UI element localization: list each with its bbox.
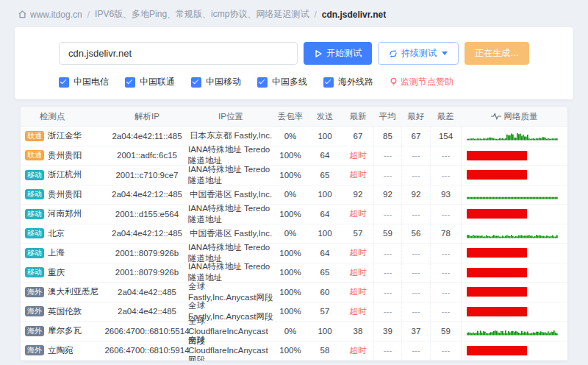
checkbox-china-mobile[interactable]: 中国移动 xyxy=(191,76,241,88)
cell-worst: --- xyxy=(430,146,461,166)
cell-ip: 2a04:4e42::485 xyxy=(106,283,188,302)
cell-node: 海外立陶宛 xyxy=(21,341,106,361)
carrier-badge: 移动 xyxy=(25,228,44,238)
cell-sent: 58 xyxy=(307,341,343,361)
cell-avg: 39 xyxy=(373,322,401,341)
cell-sent: 65 xyxy=(307,263,343,283)
cell-avg: --- xyxy=(373,302,401,322)
cell-loss: 100% xyxy=(273,263,307,283)
network-quality-sparkline xyxy=(467,189,558,200)
cell-node: 联通浙江金华 xyxy=(21,127,106,146)
breadcrumb-test-type-link[interactable]: IPV6版、多地Ping、常规版、icmp协议、网络延迟测试 xyxy=(95,8,309,21)
col-header-label: 解析IP xyxy=(135,111,159,122)
cell-worst: --- xyxy=(430,166,461,185)
cell-sent: 100 xyxy=(307,224,343,244)
results-table: 检测点解析IPIP位置丢包率发送最新平均最好最差网络质量 联通浙江金华2a04:… xyxy=(21,107,567,361)
col-header-latest: 最新 xyxy=(343,107,373,126)
col-header-worst: 最差 xyxy=(430,107,461,126)
host-input[interactable] xyxy=(59,42,298,65)
node-name: 英国伦敦 xyxy=(48,306,82,317)
cell-loss: 100% xyxy=(273,166,307,185)
cell-location: IANA特殊地址 Teredo隧道地址 xyxy=(188,263,273,283)
cell-worst: --- xyxy=(430,283,461,302)
cell-worst: 154 xyxy=(430,127,461,146)
timeout-red-bar xyxy=(467,268,527,277)
cell-avg: --- xyxy=(373,146,401,166)
table-row: 海外英国伦敦2a04:4e42::485全球 Fastly,Inc.Anycas… xyxy=(21,302,567,322)
checkbox-label: 中国联通 xyxy=(140,76,175,88)
cell-avg: --- xyxy=(373,166,401,185)
node-name: 河南郑州 xyxy=(48,208,82,219)
checkbox-label: 中国多线 xyxy=(272,76,307,88)
query-panel: 开始测试 持续测试 正在生成… 中国电信中国联通中国移动中国多线海外线路 监测节… xyxy=(15,27,573,99)
cell-node: 海外摩尔多瓦 xyxy=(21,322,106,341)
cell-best: --- xyxy=(401,302,430,322)
continuous-test-label: 持续测试 xyxy=(401,47,437,60)
cell-best: 67 xyxy=(401,127,430,146)
node-name: 贵州贵阳 xyxy=(48,150,82,161)
cell-ip: 2001::d155:e564 xyxy=(106,205,188,224)
col-header-avg: 平均 xyxy=(373,107,401,126)
pulse-icon xyxy=(491,112,501,121)
col-header-node: 检测点 xyxy=(21,107,106,126)
start-test-button[interactable]: 开始测试 xyxy=(304,42,372,65)
carrier-badge: 移动 xyxy=(25,267,44,277)
cell-ip: 2a04:4e42::485 xyxy=(106,302,188,322)
cell-location: 全球 Fastly,Inc.Anycast网段 xyxy=(188,283,273,302)
cell-latest: 超时 xyxy=(343,166,373,185)
col-header-label: 最差 xyxy=(437,111,454,122)
cell-latest: 67 xyxy=(343,127,373,146)
checkbox-china-telecom[interactable]: 中国电信 xyxy=(59,76,109,88)
cell-ip: 2606:4700::6810:5914 xyxy=(106,341,188,361)
cell-node: 移动浙江杭州 xyxy=(21,166,106,185)
table-row: 移动北京2a04:4e42:12::485中国香港区 Fastly,Inc.0%… xyxy=(21,224,567,244)
cell-avg: 59 xyxy=(373,224,401,244)
cell-sent: 64 xyxy=(307,244,343,263)
checkbox-overseas[interactable]: 海外线路 xyxy=(323,76,373,88)
checkbox-checked-icon xyxy=(125,77,135,88)
cell-worst: 93 xyxy=(430,185,461,205)
col-header-label: 检测点 xyxy=(40,111,65,122)
cell-ip: 2001::adfc:6c15 xyxy=(106,146,188,166)
cell-sent: 100 xyxy=(307,322,343,341)
cell-sent: 64 xyxy=(307,146,343,166)
cell-best: --- xyxy=(401,244,430,263)
results-table-body: 联通浙江金华2a04:4e42:11::485日本东京都 Fastly,Inc.… xyxy=(21,127,567,361)
cell-network-quality xyxy=(461,263,567,283)
sponsor-node-link[interactable]: 监测节点赞助 xyxy=(390,76,453,88)
checkbox-china-multiline[interactable]: 中国多线 xyxy=(257,76,307,88)
cell-avg: --- xyxy=(373,341,401,361)
col-header-ip: 解析IP xyxy=(106,107,188,126)
node-name: 浙江杭州 xyxy=(48,169,82,180)
node-name: 立陶宛 xyxy=(48,345,74,356)
checkbox-label: 中国电信 xyxy=(74,76,109,88)
cell-network-quality xyxy=(461,127,567,146)
continuous-test-button[interactable]: 持续测试 xyxy=(378,42,459,65)
cell-network-quality xyxy=(461,302,567,322)
table-row: 海外立陶宛2606:4700::6810:5914全球 CloudflareIn… xyxy=(21,341,567,361)
cell-sent: 60 xyxy=(307,283,343,302)
cell-sent: 64 xyxy=(307,205,343,224)
checkbox-china-unicom[interactable]: 中国联通 xyxy=(125,76,175,88)
cell-node: 海外英国伦敦 xyxy=(21,302,106,322)
breadcrumb-site-link[interactable]: www.itdog.cn xyxy=(18,10,82,20)
node-name: 上海 xyxy=(48,247,65,258)
cell-location: 中国香港区 Fastly,Inc. xyxy=(188,224,273,244)
carrier-badge: 移动 xyxy=(25,209,44,219)
generating-button[interactable]: 正在生成… xyxy=(465,42,529,65)
cell-loss: 0% xyxy=(273,127,307,146)
play-icon xyxy=(314,49,323,58)
cell-ip: 2a04:4e42:12::485 xyxy=(106,185,188,205)
cell-best: --- xyxy=(401,166,430,185)
breadcrumb-separator: / xyxy=(87,10,90,20)
cell-location: 全球 CloudflareIncAnycast网段 xyxy=(188,341,273,361)
cell-ip: 2001::8079:926b xyxy=(106,263,188,283)
cell-latest: 38 xyxy=(343,322,373,341)
network-quality-sparkline xyxy=(467,228,558,239)
cell-loss: 100% xyxy=(273,341,307,361)
cell-latest: 超时 xyxy=(343,205,373,224)
cell-location: IANA特殊地址 Teredo隧道地址 xyxy=(188,146,273,166)
cell-sent: 65 xyxy=(307,166,343,185)
timeout-red-bar xyxy=(467,307,527,316)
cell-node: 移动河南郑州 xyxy=(21,205,106,224)
